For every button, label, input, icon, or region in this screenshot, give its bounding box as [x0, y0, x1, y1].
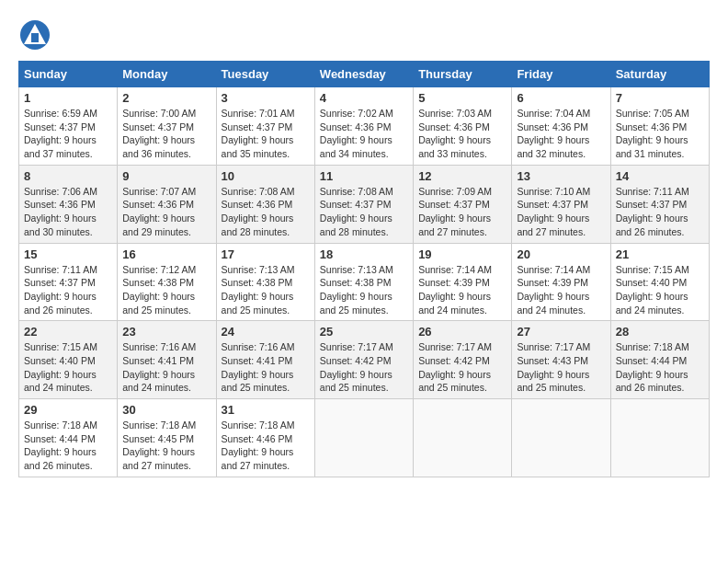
day-info: Sunrise: 7:07 AM Sunset: 4:36 PM Dayligh…: [122, 186, 196, 237]
calendar-header-row: SundayMondayTuesdayWednesdayThursdayFrid…: [19, 62, 710, 87]
day-info: Sunrise: 7:11 AM Sunset: 4:37 PM Dayligh…: [24, 264, 97, 316]
day-number: 22: [24, 325, 112, 339]
calendar-cell: 2 Sunrise: 7:00 AM Sunset: 4:37 PM Dayli…: [118, 87, 216, 166]
calendar-cell: 17 Sunrise: 7:13 AM Sunset: 4:38 PM Dayl…: [216, 243, 314, 321]
day-info: Sunrise: 7:17 AM Sunset: 4:42 PM Dayligh…: [320, 341, 393, 393]
day-info: Sunrise: 7:05 AM Sunset: 4:36 PM Dayligh…: [616, 108, 689, 159]
day-info: Sunrise: 7:16 AM Sunset: 4:41 PM Dayligh…: [122, 341, 196, 393]
logo: [18, 18, 55, 52]
calendar-cell: 4 Sunrise: 7:02 AM Sunset: 4:36 PM Dayli…: [314, 87, 413, 166]
calendar-cell: 22 Sunrise: 7:15 AM Sunset: 4:40 PM Dayl…: [19, 321, 118, 399]
day-number: 13: [517, 169, 605, 183]
calendar-week-row: 29 Sunrise: 7:18 AM Sunset: 4:44 PM Dayl…: [19, 399, 710, 477]
day-info: Sunrise: 7:14 AM Sunset: 4:39 PM Dayligh…: [517, 264, 590, 316]
calendar-header-saturday: Saturday: [610, 62, 709, 87]
day-info: Sunrise: 7:15 AM Sunset: 4:40 PM Dayligh…: [616, 264, 689, 316]
day-number: 18: [320, 247, 408, 261]
calendar-cell: [610, 399, 709, 477]
day-info: Sunrise: 7:04 AM Sunset: 4:36 PM Dayligh…: [517, 108, 590, 159]
day-number: 19: [418, 247, 506, 261]
day-number: 7: [616, 91, 704, 105]
calendar-cell: 23 Sunrise: 7:16 AM Sunset: 4:41 PM Dayl…: [118, 321, 216, 399]
day-number: 27: [517, 325, 605, 339]
calendar-table: SundayMondayTuesdayWednesdayThursdayFrid…: [18, 61, 710, 477]
day-number: 17: [222, 247, 310, 261]
day-info: Sunrise: 7:11 AM Sunset: 4:37 PM Dayligh…: [616, 186, 689, 237]
calendar-header-monday: Monday: [118, 62, 216, 87]
calendar-week-row: 15 Sunrise: 7:11 AM Sunset: 4:37 PM Dayl…: [19, 243, 710, 321]
day-number: 20: [517, 247, 605, 261]
day-number: 3: [222, 91, 310, 105]
day-number: 28: [616, 325, 704, 339]
calendar-week-row: 1 Sunrise: 6:59 AM Sunset: 4:37 PM Dayli…: [19, 87, 710, 166]
day-number: 26: [418, 325, 506, 339]
day-number: 21: [616, 247, 704, 261]
day-info: Sunrise: 7:06 AM Sunset: 4:36 PM Dayligh…: [24, 186, 97, 237]
day-info: Sunrise: 7:12 AM Sunset: 4:38 PM Dayligh…: [122, 264, 196, 316]
calendar-week-row: 22 Sunrise: 7:15 AM Sunset: 4:40 PM Dayl…: [19, 321, 710, 399]
day-number: 16: [122, 247, 210, 261]
day-info: Sunrise: 7:13 AM Sunset: 4:38 PM Dayligh…: [320, 264, 393, 316]
calendar-cell: 27 Sunrise: 7:17 AM Sunset: 4:43 PM Dayl…: [512, 321, 610, 399]
calendar-cell: 25 Sunrise: 7:17 AM Sunset: 4:42 PM Dayl…: [314, 321, 413, 399]
calendar-week-row: 8 Sunrise: 7:06 AM Sunset: 4:36 PM Dayli…: [19, 165, 710, 243]
calendar-cell: 3 Sunrise: 7:01 AM Sunset: 4:37 PM Dayli…: [216, 87, 314, 166]
calendar-cell: 11 Sunrise: 7:08 AM Sunset: 4:37 PM Dayl…: [314, 165, 413, 243]
calendar-cell: 14 Sunrise: 7:11 AM Sunset: 4:37 PM Dayl…: [610, 165, 709, 243]
day-number: 1: [24, 91, 112, 105]
day-number: 15: [24, 247, 112, 261]
logo-icon: [18, 18, 51, 52]
day-number: 6: [517, 91, 605, 105]
calendar-cell: 19 Sunrise: 7:14 AM Sunset: 4:39 PM Dayl…: [414, 243, 512, 321]
calendar-cell: 1 Sunrise: 6:59 AM Sunset: 4:37 PM Dayli…: [19, 87, 118, 166]
calendar-header-thursday: Thursday: [414, 62, 512, 87]
day-info: Sunrise: 7:03 AM Sunset: 4:36 PM Dayligh…: [418, 108, 492, 159]
calendar-cell: 20 Sunrise: 7:14 AM Sunset: 4:39 PM Dayl…: [512, 243, 610, 321]
day-info: Sunrise: 7:09 AM Sunset: 4:37 PM Dayligh…: [418, 186, 492, 237]
day-info: Sunrise: 7:18 AM Sunset: 4:45 PM Dayligh…: [122, 419, 196, 471]
day-info: Sunrise: 7:08 AM Sunset: 4:37 PM Dayligh…: [320, 186, 393, 237]
day-number: 24: [222, 325, 310, 339]
calendar-cell: 12 Sunrise: 7:09 AM Sunset: 4:37 PM Dayl…: [414, 165, 512, 243]
day-info: Sunrise: 7:08 AM Sunset: 4:36 PM Dayligh…: [222, 186, 295, 237]
day-number: 2: [122, 91, 210, 105]
calendar-cell: 30 Sunrise: 7:18 AM Sunset: 4:45 PM Dayl…: [118, 399, 216, 477]
day-info: Sunrise: 7:10 AM Sunset: 4:37 PM Dayligh…: [517, 186, 590, 237]
day-number: 4: [320, 91, 408, 105]
day-number: 23: [122, 325, 210, 339]
calendar-header-wednesday: Wednesday: [314, 62, 413, 87]
day-info: Sunrise: 7:16 AM Sunset: 4:41 PM Dayligh…: [222, 341, 295, 393]
calendar-cell: 29 Sunrise: 7:18 AM Sunset: 4:44 PM Dayl…: [19, 399, 118, 477]
day-info: Sunrise: 7:01 AM Sunset: 4:37 PM Dayligh…: [222, 108, 295, 159]
calendar-cell: 16 Sunrise: 7:12 AM Sunset: 4:38 PM Dayl…: [118, 243, 216, 321]
calendar-cell: 21 Sunrise: 7:15 AM Sunset: 4:40 PM Dayl…: [610, 243, 709, 321]
day-info: Sunrise: 7:18 AM Sunset: 4:44 PM Dayligh…: [616, 341, 689, 393]
calendar-cell: 7 Sunrise: 7:05 AM Sunset: 4:36 PM Dayli…: [610, 87, 709, 166]
page-container: SundayMondayTuesdayWednesdayThursdayFrid…: [18, 18, 710, 477]
day-number: 31: [222, 403, 310, 417]
calendar-cell: 31 Sunrise: 7:18 AM Sunset: 4:46 PM Dayl…: [216, 399, 314, 477]
day-number: 30: [122, 403, 210, 417]
day-number: 11: [320, 169, 408, 183]
calendar-cell: 10 Sunrise: 7:08 AM Sunset: 4:36 PM Dayl…: [216, 165, 314, 243]
calendar-cell: 5 Sunrise: 7:03 AM Sunset: 4:36 PM Dayli…: [414, 87, 512, 166]
calendar-cell: 9 Sunrise: 7:07 AM Sunset: 4:36 PM Dayli…: [118, 165, 216, 243]
day-info: Sunrise: 7:00 AM Sunset: 4:37 PM Dayligh…: [122, 108, 196, 159]
calendar-cell: 13 Sunrise: 7:10 AM Sunset: 4:37 PM Dayl…: [512, 165, 610, 243]
day-info: Sunrise: 7:17 AM Sunset: 4:42 PM Dayligh…: [418, 341, 492, 393]
day-number: 8: [24, 169, 112, 183]
day-info: Sunrise: 7:14 AM Sunset: 4:39 PM Dayligh…: [418, 264, 492, 316]
calendar-cell: 28 Sunrise: 7:18 AM Sunset: 4:44 PM Dayl…: [610, 321, 709, 399]
day-info: Sunrise: 7:18 AM Sunset: 4:44 PM Dayligh…: [24, 419, 97, 471]
calendar-cell: 8 Sunrise: 7:06 AM Sunset: 4:36 PM Dayli…: [19, 165, 118, 243]
calendar-cell: [314, 399, 413, 477]
calendar-header-tuesday: Tuesday: [216, 62, 314, 87]
day-number: 10: [222, 169, 310, 183]
day-number: 9: [122, 169, 210, 183]
day-number: 5: [418, 91, 506, 105]
day-info: Sunrise: 7:17 AM Sunset: 4:43 PM Dayligh…: [517, 341, 590, 393]
calendar-header-sunday: Sunday: [19, 62, 118, 87]
day-number: 12: [418, 169, 506, 183]
calendar-cell: [414, 399, 512, 477]
day-number: 14: [616, 169, 704, 183]
